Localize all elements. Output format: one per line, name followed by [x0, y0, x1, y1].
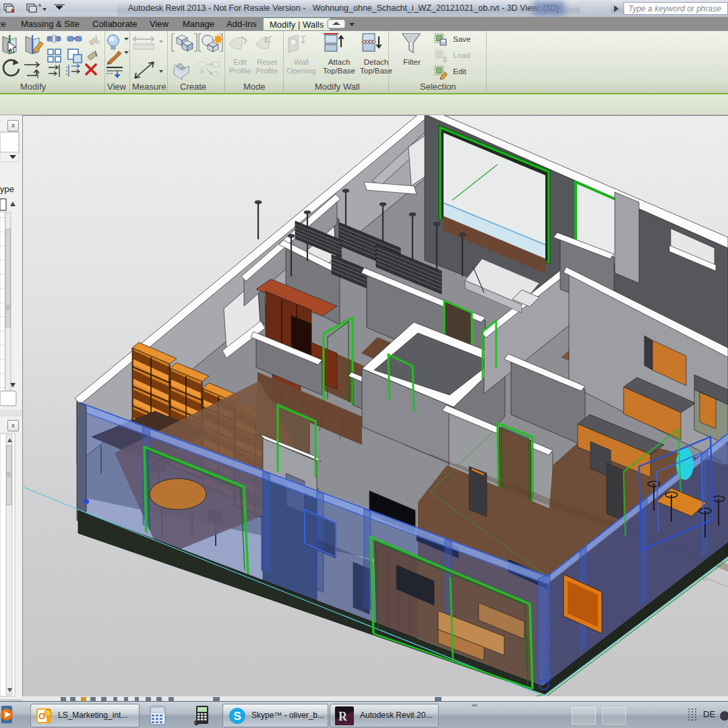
- svg-text:ype: ype: [0, 184, 14, 194]
- svg-text:R: R: [338, 710, 348, 723]
- svg-text:S: S: [234, 710, 241, 723]
